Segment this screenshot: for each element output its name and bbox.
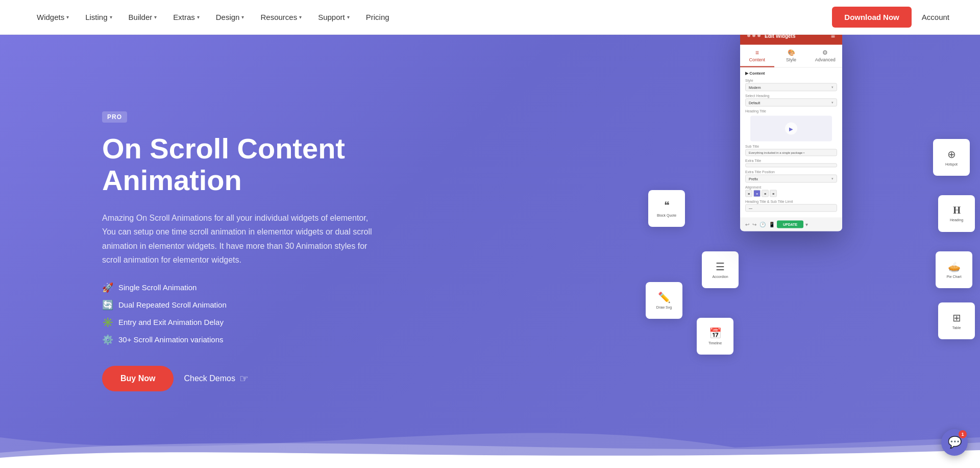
panel-update-bar: ↩ ↪ 🕐 📱 UPDATE ▾ [740,218,842,231]
panel-field-style: Style Modern ▾ [745,79,837,91]
chevron-down-icon: ▾ [299,14,302,20]
update-button[interactable]: UPDATE [777,221,803,228]
panel-preview: ▶ [750,116,832,142]
floating-card-table: ⊞ Table [938,302,975,339]
nav-item-design[interactable]: Design ▾ [210,9,251,26]
more-icon[interactable]: ▾ [805,222,808,227]
nav-item-widgets[interactable]: Widgets ▾ [31,9,75,26]
panel-title: Edit Widgets [765,35,795,38]
panel-dot-3 [757,35,761,37]
undo-icon[interactable]: ↩ [745,222,749,227]
chevron-down-icon: ▾ [154,14,157,20]
floating-card-piechart: 🥧 Pie Chart [936,251,972,288]
alignment-buttons: ≡ ≡ ≡ ≡ [745,190,837,197]
panel-tab-style[interactable]: 🎨 Style [774,45,808,67]
chevron-down-icon: ▾ [66,14,69,20]
draw-svg-icon: ✏️ [658,291,671,303]
hero-buttons: Buy Now Check Demos ☞ [102,366,383,391]
hero-description: Amazing On Scroll Animations for all you… [102,211,383,267]
hero-content: PRO On Scroll Content Animation Amazing … [0,71,383,432]
panel-content-section: ▶ Content Style Modern ▾ Select Heading … [740,68,842,218]
hero-visual: ❝ Block Quote ☰ Accordion ✏️ Draw Svg 📅 … [623,98,980,405]
panel-dots [747,35,761,37]
feature-item-3: ✳️ Entry and Exit Animation Delay [102,317,383,328]
feature-item-2: 🔄 Dual Repeated Scroll Animation [102,299,383,311]
feature-item-4: ⚙️ 30+ Scroll Animation variations [102,334,383,345]
chevron-down-icon: ▾ [197,14,200,20]
floating-card-timeline: 📅 Timeline [697,318,733,355]
align-center-button[interactable]: ≡ [753,190,761,197]
hero-section: PRO On Scroll Content Animation Amazing … [0,35,980,468]
account-link[interactable]: Account [922,13,949,21]
advanced-tab-icon: ⚙ [822,49,828,56]
style-tab-icon: 🎨 [788,49,795,56]
panel-field-extra-title-pos: Extra Title Position Prefix ▾ [745,170,837,183]
nav-item-builder[interactable]: Builder ▾ [122,9,163,26]
panel-tab-advanced[interactable]: ⚙ Advanced [808,45,842,67]
panel-tab-content[interactable]: ≡ Content [740,45,774,67]
nav-item-extras[interactable]: Extras ▾ [167,9,206,26]
hero-title: On Scroll Content Animation [102,133,383,196]
panel-action-icons: ↩ ↪ 🕐 📱 [745,222,775,227]
panel-dot-1 [747,35,750,37]
chat-icon: 💬 [948,436,962,449]
responsive-icon[interactable]: 📱 [769,222,775,227]
align-left-button[interactable]: ≡ [745,190,752,197]
nav-item-pricing[interactable]: Pricing [360,9,396,26]
header-actions: Download Now Account [832,7,949,28]
demos-arrow-icon: ☞ [239,372,249,385]
chat-button[interactable]: 💬 1 [941,429,968,456]
timeline-icon: 📅 [709,327,722,339]
check-demos-button[interactable]: Check Demos ☞ [184,372,248,385]
blockquote-icon: ❝ [664,199,670,212]
animation-icon: ✳️ [102,317,113,328]
widget-panel: Edit Widgets ≡ ≡ Content 🎨 Style ⚙ Advan… [740,35,842,231]
panel-field-limit: Heading Title & Sub Title Limit — [745,200,837,212]
pie-chart-icon: 🥧 [948,261,961,273]
heading-icon: 𝐇 [953,204,961,216]
repeat-icon: 🔄 [102,299,113,311]
panel-field-alignment: Alignment ≡ ≡ ≡ ≡ [745,185,837,197]
dropdown-icon: ▾ [831,177,834,181]
hotspot-icon: ⊕ [947,148,956,160]
header: Widgets ▾ Listing ▾ Builder ▾ Extras ▾ D… [0,0,980,35]
redo-icon[interactable]: ↪ [752,222,756,227]
gear-icon: ⚙️ [102,334,113,345]
chevron-down-icon: ▾ [347,14,350,20]
rocket-icon: 🚀 [102,282,113,293]
floating-card-drawsvg: ✏️ Draw Svg [646,282,682,319]
align-justify-button[interactable]: ≡ [770,190,777,197]
content-tab-icon: ≡ [755,49,759,56]
panel-header: Edit Widgets ≡ [740,35,842,45]
pro-badge: PRO [102,111,127,123]
panel-field-heading: Select Heading Default ▾ [745,94,837,107]
download-now-button[interactable]: Download Now [832,7,912,28]
feature-list: 🚀 Single Scroll Animation 🔄 Dual Repeate… [102,282,383,345]
nav-item-listing[interactable]: Listing ▾ [79,9,118,26]
table-icon: ⊞ [952,312,961,324]
history-icon[interactable]: 🕐 [760,222,766,227]
accordion-icon: ☰ [716,261,725,273]
play-icon: ▶ [785,123,797,135]
panel-dot-2 [752,35,755,37]
elementor-icon: ≡ [831,35,835,40]
chevron-down-icon: ▾ [110,14,112,20]
chat-badge: 1 [959,430,967,438]
panel-field-heading-title: Heading Title ▶ [745,109,837,142]
dropdown-icon: ▾ [831,101,834,105]
floating-card-blockquote: ❝ Block Quote [648,190,685,227]
align-right-button[interactable]: ≡ [762,190,769,197]
panel-tabs: ≡ Content 🎨 Style ⚙ Advanced [740,45,842,68]
feature-item-1: 🚀 Single Scroll Animation [102,282,383,293]
floating-card-accordion: ☰ Accordion [702,251,739,288]
chevron-down-icon: ▾ [241,14,244,20]
panel-section-title: ▶ Content [745,71,837,76]
nav-item-support[interactable]: Support ▾ [312,9,356,26]
panel-field-subtitle: Sub Title Everything included in a singl… [745,145,837,156]
dropdown-icon: ▾ [831,85,834,89]
buy-now-button[interactable]: Buy Now [102,366,174,391]
main-nav: Widgets ▾ Listing ▾ Builder ▾ Extras ▾ D… [31,9,396,26]
nav-item-resources[interactable]: Resources ▾ [254,9,308,26]
floating-card-hotspot: ⊕ Hotspot [933,139,970,176]
floating-card-heading: 𝐇 Heading [938,195,975,232]
